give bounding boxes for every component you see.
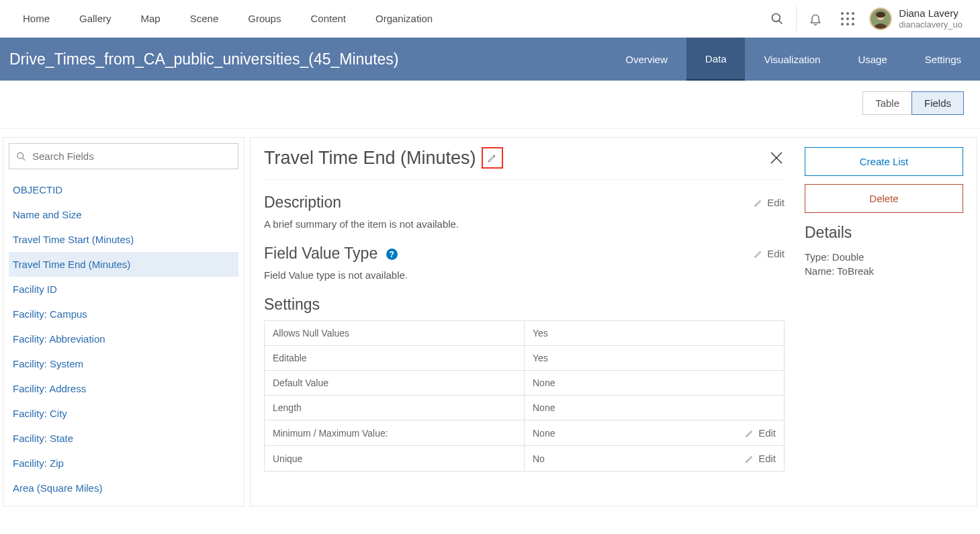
search-icon[interactable]: [761, 0, 793, 38]
svg-point-4: [876, 11, 885, 17]
settings-table: Allows Null ValuesYesEditableYesDefault …: [264, 320, 785, 472]
nav-links: HomeGalleryMapSceneGroupsContentOrganiza…: [8, 0, 447, 38]
user-name: Diana Lavery: [899, 7, 963, 19]
notifications-icon[interactable]: [799, 0, 832, 38]
settings-row: Minimum / Maximum Value:NoneEdit: [265, 420, 785, 446]
top-nav: HomeGalleryMapSceneGroupsContentOrganiza…: [0, 0, 980, 38]
settings-label: Length: [265, 396, 525, 420]
field-item[interactable]: Name and Size: [9, 202, 238, 227]
settings-row: EditableYes: [265, 346, 785, 371]
settings-value: NoEdit: [525, 446, 785, 472]
tab-data[interactable]: Data: [686, 38, 746, 81]
field-item[interactable]: Facility: System: [9, 351, 238, 376]
tab-settings[interactable]: Settings: [906, 38, 980, 81]
settings-label: Editable: [265, 346, 525, 371]
field-title: Travel Time End (Minutes): [264, 148, 476, 169]
view-toggle: TableFields: [862, 91, 964, 115]
item-header-bar: Drive_Times_from_CA_public_universities_…: [0, 38, 980, 81]
field-item[interactable]: Travel Time Start (Minutes): [9, 227, 238, 252]
field-item[interactable]: Facility ID: [9, 277, 238, 302]
user-handle: dianaclavery_uo: [899, 19, 963, 30]
content-main: Travel Time End (Minutes) Description Ed…: [264, 147, 785, 492]
details-heading: Details: [805, 224, 963, 242]
item-tabs: OverviewDataVisualizationUsageSettings: [607, 38, 980, 81]
nav-link-map[interactable]: Map: [126, 0, 175, 38]
pencil-icon: [754, 249, 763, 259]
divider: [796, 7, 797, 31]
pencil-icon: [487, 152, 498, 163]
field-list: OBJECTIDName and SizeTravel Time Start (…: [9, 177, 238, 500]
item-title: Drive_Times_from_CA_public_universities_…: [9, 50, 607, 69]
nav-link-content[interactable]: Content: [296, 0, 361, 38]
nav-right: Diana Lavery dianaclavery_uo: [761, 0, 972, 38]
create-list-button[interactable]: Create List: [805, 147, 963, 176]
field-item[interactable]: Facility: Campus: [9, 302, 238, 326]
nav-link-gallery[interactable]: Gallery: [64, 0, 126, 38]
tab-overview[interactable]: Overview: [607, 38, 686, 81]
avatar: [869, 7, 892, 30]
field-value-text: Field Value type is not available.: [264, 269, 785, 281]
settings-row: UniqueNoEdit: [265, 446, 785, 472]
svg-line-6: [22, 157, 25, 160]
field-item[interactable]: Facility: City: [9, 401, 238, 426]
help-icon[interactable]: ?: [386, 249, 398, 260]
svg-point-0: [772, 13, 781, 21]
field-item[interactable]: Area (Square Miles): [9, 476, 238, 500]
fields-panel: OBJECTIDName and SizeTravel Time Start (…: [3, 137, 244, 506]
app-launcher-icon[interactable]: [832, 0, 864, 38]
settings-value: Yes: [525, 346, 785, 371]
field-item[interactable]: Facility: Abbreviation: [9, 326, 238, 351]
main-area: OBJECTIDName and SizeTravel Time Start (…: [0, 129, 980, 515]
settings-value: Yes: [525, 321, 785, 346]
field-item[interactable]: Facility: State: [9, 426, 238, 451]
field-item[interactable]: Facility: Address: [9, 376, 238, 401]
detail-type: Type: Double: [805, 251, 963, 263]
field-header: Travel Time End (Minutes): [264, 147, 785, 180]
tab-visualization[interactable]: Visualization: [745, 38, 839, 81]
tab-usage[interactable]: Usage: [839, 38, 905, 81]
field-item[interactable]: Travel Time End (Minutes): [9, 252, 238, 277]
settings-row: Allows Null ValuesYes: [265, 321, 785, 346]
content-side: Create List Delete Details Type: Double …: [805, 147, 963, 492]
content-panel: Travel Time End (Minutes) Description Ed…: [250, 137, 977, 506]
nav-link-groups[interactable]: Groups: [233, 0, 296, 38]
toggle-fields[interactable]: Fields: [911, 91, 964, 115]
edit-title-button[interactable]: [482, 147, 503, 169]
nav-link-organization[interactable]: Organization: [361, 0, 447, 38]
settings-label: Unique: [265, 446, 525, 472]
edit-field-value-button[interactable]: Edit: [754, 248, 785, 259]
search-icon: [16, 151, 26, 161]
delete-button[interactable]: Delete: [805, 184, 963, 213]
close-icon: [768, 150, 785, 166]
settings-label: Allows Null Values: [265, 321, 525, 346]
search-input[interactable]: [9, 144, 238, 169]
settings-value: None: [525, 371, 785, 396]
edit-description-button[interactable]: Edit: [754, 197, 785, 208]
settings-row: LengthNone: [265, 396, 785, 420]
pencil-icon: [754, 198, 763, 208]
edit-setting-button[interactable]: Edit: [745, 427, 776, 439]
settings-row: Default ValueNone: [265, 371, 785, 396]
description-text: A brief summary of the item is not avail…: [264, 218, 785, 230]
field-item[interactable]: Facility: Zip: [9, 451, 238, 476]
settings-value: None: [525, 396, 785, 420]
description-heading: Description: [264, 193, 341, 212]
close-button[interactable]: [768, 150, 785, 166]
edit-setting-button[interactable]: Edit: [745, 453, 776, 464]
user-menu[interactable]: Diana Lavery dianaclavery_uo: [864, 7, 972, 30]
settings-label: Minimum / Maximum Value:: [265, 420, 525, 446]
svg-point-5: [17, 152, 24, 159]
settings-label: Default Value: [265, 371, 525, 396]
field-value-heading: Field Value Type ?: [264, 244, 398, 263]
nav-link-scene[interactable]: Scene: [175, 0, 234, 38]
toggle-table[interactable]: Table: [862, 91, 911, 115]
settings-value: NoneEdit: [525, 420, 785, 446]
nav-link-home[interactable]: Home: [8, 0, 64, 38]
search-wrap: [9, 143, 238, 169]
svg-line-1: [779, 20, 783, 24]
settings-heading: Settings: [264, 296, 785, 314]
field-item[interactable]: OBJECTID: [9, 177, 238, 202]
sub-toolbar: TableFields: [0, 81, 980, 129]
detail-name: Name: ToBreak: [805, 265, 963, 277]
